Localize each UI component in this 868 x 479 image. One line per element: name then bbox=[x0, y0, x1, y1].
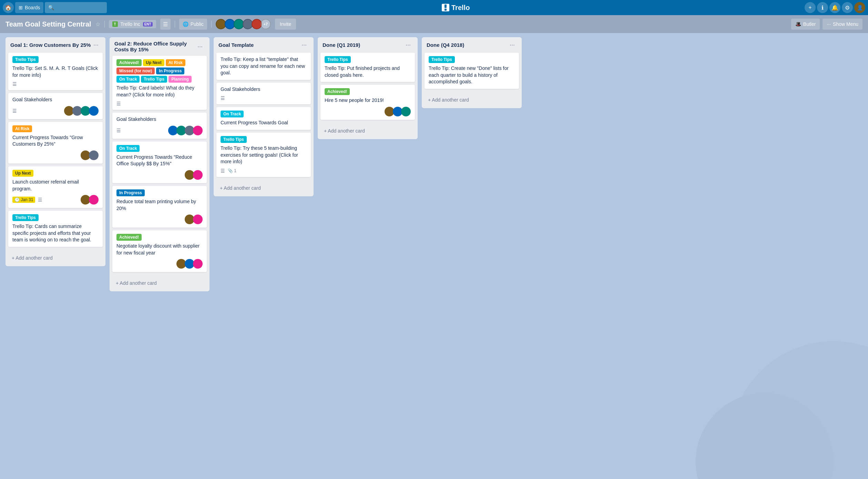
card-footer bbox=[116, 259, 203, 269]
add-card-button[interactable]: + Add another card bbox=[423, 94, 523, 105]
card-label[interactable]: Missed (for now) bbox=[116, 67, 155, 74]
card[interactable]: Trello Tip: Keep a list "template" that … bbox=[216, 53, 311, 80]
card-labels: Up Next bbox=[12, 170, 99, 177]
list-view-button[interactable]: ☰ bbox=[160, 19, 171, 30]
card[interactable]: Goal Stakeholders☰ bbox=[112, 113, 207, 139]
card-member-avatar[interactable] bbox=[193, 259, 203, 269]
card-member-avatar[interactable] bbox=[89, 150, 99, 160]
card-footer bbox=[116, 215, 203, 224]
card[interactable]: Trello TipsTrello Tip: Set S. M. A. R. T… bbox=[8, 53, 103, 90]
show-menu-button[interactable]: ··· Show Menu bbox=[823, 19, 862, 30]
home-button[interactable]: 🏠 bbox=[3, 2, 14, 13]
card-label[interactable]: On Track bbox=[221, 111, 244, 117]
card[interactable]: Trello TipsTrello Tip: Create new "Done"… bbox=[425, 53, 519, 89]
card-footer: ☰ bbox=[12, 106, 99, 116]
description-icon: ☰ bbox=[12, 81, 17, 87]
card-member-avatar[interactable] bbox=[401, 107, 411, 116]
info-button[interactable]: ℹ bbox=[817, 2, 828, 13]
add-card-button[interactable]: + Add another card bbox=[319, 125, 419, 136]
add-button[interactable]: + bbox=[805, 2, 816, 13]
notifications-button[interactable]: 🔔 bbox=[829, 2, 840, 13]
list-menu-button[interactable]: ··· bbox=[508, 41, 517, 49]
visibility-button[interactable]: 🌐 Public bbox=[179, 19, 207, 30]
card-label[interactable]: On Track bbox=[116, 145, 140, 152]
card[interactable]: On TrackCurrent Progress Towards Goal bbox=[216, 107, 311, 130]
card[interactable]: At RiskCurrent Progress Towards "Grow Cu… bbox=[8, 122, 103, 164]
header-right: 🎩 Butler ··· Show Menu bbox=[791, 19, 862, 30]
list-title: Goal 2: Reduce Office Supply Costs By 15… bbox=[114, 41, 195, 52]
card-label[interactable]: Trello Tips bbox=[12, 56, 39, 63]
card[interactable]: On TrackCurrent Progress Towards "Reduce… bbox=[112, 142, 207, 183]
card[interactable]: Achieved!Up NextAt RiskMissed (for now)I… bbox=[112, 56, 207, 110]
card-title: Current Progress Towards Goal bbox=[221, 119, 307, 126]
card[interactable]: Trello TipsTrello Tip: Cards can summari… bbox=[8, 211, 103, 247]
star-button[interactable]: ☆ bbox=[95, 21, 100, 28]
card-footer: 🕐 Jan 31☰ bbox=[12, 195, 99, 205]
card-title: Current Progress Towards "Reduce Office … bbox=[116, 154, 203, 167]
member-count[interactable]: +7 bbox=[261, 19, 271, 29]
card-member-avatar[interactable] bbox=[193, 126, 203, 135]
card-label[interactable]: Up Next bbox=[12, 170, 33, 177]
card[interactable]: In ProgressReduce total team printing vo… bbox=[112, 186, 207, 228]
add-card-button[interactable]: + Add another card bbox=[215, 183, 315, 194]
list-menu-button[interactable]: ··· bbox=[91, 41, 101, 49]
card-title: Negotiate loyalty discount with supplier… bbox=[116, 243, 203, 256]
search-icon: 🔍 bbox=[48, 5, 54, 10]
card-footer: ☰ bbox=[116, 126, 203, 135]
settings-button[interactable]: ⚙ bbox=[842, 2, 853, 13]
user-avatar[interactable]: 👤 bbox=[854, 2, 865, 13]
boards-button[interactable]: ⊞ Boards bbox=[15, 2, 43, 13]
description-icon: ☰ bbox=[12, 108, 17, 114]
card-label[interactable]: On Track bbox=[116, 76, 140, 83]
card[interactable]: Trello TipsTrello Tip: Put finished proj… bbox=[320, 53, 415, 82]
card-label[interactable]: At Risk bbox=[12, 125, 32, 132]
card[interactable]: Goal Stakeholders☰ bbox=[8, 93, 103, 119]
card-members bbox=[81, 195, 99, 205]
due-date[interactable]: 🕐 Jan 31 bbox=[12, 197, 35, 203]
card-title: Trello Tip: Try these 5 team-building ex… bbox=[221, 145, 307, 165]
card-label[interactable]: Achieved! bbox=[116, 234, 142, 241]
card-labels: In Progress bbox=[116, 189, 203, 196]
org-icon: T bbox=[112, 21, 118, 27]
card-member-avatar[interactable] bbox=[89, 106, 99, 116]
card-label[interactable]: Trello Tips bbox=[429, 56, 455, 63]
card-member-avatar[interactable] bbox=[193, 170, 203, 180]
card-title: Trello Tip: Keep a list "template" that … bbox=[221, 56, 307, 76]
separator-3 bbox=[211, 21, 212, 28]
card-label[interactable]: Trello Tips bbox=[221, 136, 247, 143]
add-card-button[interactable]: + Add another card bbox=[7, 252, 107, 263]
butler-button[interactable]: 🎩 Butler bbox=[791, 19, 820, 30]
card-title: Goal Stakeholders bbox=[116, 116, 203, 123]
card-label[interactable]: Trello Tips bbox=[325, 56, 351, 63]
card-label[interactable]: In Progress bbox=[116, 189, 145, 196]
list-menu-button[interactable]: ··· bbox=[299, 41, 309, 49]
card-label[interactable]: Up Next bbox=[143, 59, 164, 66]
card-footer bbox=[12, 150, 99, 160]
search-input[interactable]: 🔍 bbox=[45, 2, 107, 13]
card-members bbox=[185, 215, 203, 224]
card-label[interactable]: At Risk bbox=[166, 59, 185, 66]
list-menu-button[interactable]: ··· bbox=[195, 42, 205, 51]
card[interactable]: Achieved!Negotiate loyalty discount with… bbox=[112, 230, 207, 272]
invite-button[interactable]: Invite bbox=[275, 19, 296, 30]
list-menu-button[interactable]: ··· bbox=[404, 41, 413, 49]
card-label[interactable]: Trello Tips bbox=[12, 214, 39, 221]
card[interactable]: Trello TipsTrello Tip: Try these 5 team-… bbox=[216, 133, 311, 177]
card-label[interactable]: In Progress bbox=[156, 67, 184, 74]
add-card-button[interactable]: + Add another card bbox=[111, 278, 211, 289]
card-title: Trello Tip: Card labels! What do they me… bbox=[116, 85, 203, 98]
card[interactable]: Achieved!Hire 5 new people for 2019! bbox=[320, 85, 415, 120]
card-label[interactable]: Achieved! bbox=[325, 88, 350, 95]
card-label[interactable]: Achieved! bbox=[116, 59, 142, 66]
globe-icon: 🌐 bbox=[183, 21, 188, 27]
visibility-label: Public bbox=[191, 21, 204, 27]
card-label[interactable]: Trello Tips bbox=[141, 76, 167, 83]
card[interactable]: Up NextLaunch customer referral email pr… bbox=[8, 166, 103, 208]
dots-icon: ··· bbox=[827, 21, 831, 27]
card-label[interactable]: Planning bbox=[169, 76, 192, 83]
card[interactable]: Goal Stakeholders☰ bbox=[216, 83, 311, 105]
card-member-avatar[interactable] bbox=[193, 215, 203, 224]
card-members bbox=[185, 170, 203, 180]
card-member-avatar[interactable] bbox=[89, 195, 99, 205]
list-cards-list3: Trello Tip: Keep a list "template" that … bbox=[214, 51, 314, 181]
